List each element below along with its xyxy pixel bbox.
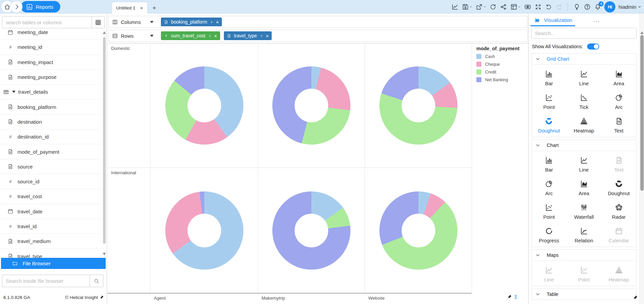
show-all-toggle[interactable] bbox=[587, 43, 599, 50]
chart-cell-domestic-agent[interactable] bbox=[150, 43, 258, 168]
pill-sum_travel_cost[interactable]: #sum_travel_cost÷× bbox=[161, 31, 220, 40]
viz-type-grid-chart-point[interactable]: Point bbox=[532, 93, 567, 110]
viz-section-header-maps[interactable]: Maps bbox=[532, 250, 636, 261]
split-icon[interactable]: ÷ bbox=[259, 34, 264, 37]
viz-scroll-up-icon[interactable] bbox=[640, 30, 644, 34]
tab-visualization[interactable]: Visualization bbox=[529, 13, 577, 26]
pill-travel_type[interactable]: travel_type÷× bbox=[224, 31, 272, 40]
rows-caret-icon[interactable] bbox=[150, 35, 154, 39]
export-button[interactable] bbox=[475, 3, 486, 10]
pill-booking_platform[interactable]: booking_platform÷× bbox=[161, 18, 222, 26]
pill-close-icon[interactable]: × bbox=[216, 19, 219, 25]
doughnut-chart[interactable] bbox=[379, 66, 457, 145]
chart-cell-domestic-website[interactable] bbox=[365, 43, 472, 168]
file-browser-search-input[interactable] bbox=[2, 275, 90, 287]
field-item-meeting_date[interactable]: meeting_date bbox=[0, 29, 102, 40]
pin-icon[interactable] bbox=[99, 295, 104, 300]
legend-item-net-banking[interactable]: Net Banking bbox=[476, 77, 528, 82]
field-item-travel_type[interactable]: travel_type bbox=[0, 249, 102, 258]
new-tab-button[interactable]: + bbox=[152, 2, 156, 13]
split-icon[interactable]: ÷ bbox=[207, 34, 212, 37]
field-item-destination_id[interactable]: #destination_id bbox=[0, 129, 102, 144]
field-item-travel_date[interactable]: travel_date bbox=[0, 204, 102, 219]
preview-eye-button[interactable] bbox=[524, 3, 531, 10]
viz-scrollbar[interactable] bbox=[639, 13, 644, 304]
viz-type-grid-chart-arc[interactable]: Arc bbox=[601, 93, 636, 110]
viz-type-chart-progress[interactable]: Progress bbox=[532, 226, 567, 243]
viz-type-chart-area[interactable]: Area bbox=[567, 179, 602, 196]
user-menu[interactable]: hiadmin bbox=[618, 4, 641, 10]
pill-close-icon[interactable]: × bbox=[266, 33, 269, 39]
viz-type-grid-chart-area[interactable]: Area bbox=[601, 69, 636, 86]
layout-button[interactable] bbox=[510, 3, 521, 10]
doughnut-chart[interactable] bbox=[165, 66, 243, 145]
scroll-up-icon[interactable] bbox=[103, 30, 106, 34]
viz-type-grid-chart-heatmap[interactable]: Heatmap bbox=[567, 117, 602, 133]
tab-untitled-1[interactable]: Untitled 1 × bbox=[112, 2, 147, 13]
chart-cell-international-agent[interactable] bbox=[150, 168, 258, 293]
notifications-button[interactable]: 4 bbox=[594, 3, 601, 10]
chart-cell-international-website[interactable] bbox=[365, 168, 472, 293]
viz-type-chart-arc[interactable]: Arc bbox=[532, 179, 567, 196]
search-tables-input[interactable] bbox=[2, 17, 92, 28]
viz-type-chart-doughnut[interactable]: Doughnut bbox=[601, 179, 636, 196]
line-chart-button[interactable] bbox=[451, 3, 459, 10]
columns-shelf-label[interactable]: Columns bbox=[109, 19, 154, 25]
viz-type-chart-line[interactable]: Line bbox=[567, 156, 602, 173]
expand-nav-button[interactable] bbox=[11, 1, 22, 12]
viz-type-grid-chart-bar[interactable]: Bar bbox=[532, 69, 567, 86]
undo-button[interactable] bbox=[545, 3, 552, 10]
help-button[interactable] bbox=[583, 3, 591, 10]
pill-close-icon[interactable]: × bbox=[214, 33, 217, 39]
field-item-meeting_purpose[interactable]: meeting_purpose bbox=[0, 70, 102, 85]
pin-panel-icon[interactable] bbox=[632, 295, 638, 301]
viz-type-chart-relation[interactable]: Relation bbox=[567, 226, 602, 243]
field-item-travel_id[interactable]: #travel_id bbox=[0, 219, 102, 234]
viz-type-chart-waterfall[interactable]: Waterfall bbox=[567, 203, 602, 220]
viz-type-grid-chart-line[interactable]: Line bbox=[567, 69, 602, 86]
expanded-caret-icon[interactable] bbox=[12, 91, 15, 95]
field-item-mode_of_payment[interactable]: mode_of_payment bbox=[0, 144, 102, 159]
doughnut-chart[interactable] bbox=[272, 66, 350, 145]
sidebar-scrollbar[interactable] bbox=[103, 30, 106, 257]
columns-caret-icon[interactable] bbox=[150, 21, 154, 25]
viz-type-grid-chart-doughnut[interactable]: Doughnut bbox=[532, 117, 567, 133]
viz-scrollbar-thumb[interactable] bbox=[640, 35, 644, 191]
field-item-source_id[interactable]: #source_id bbox=[0, 174, 102, 189]
chart-cell-domestic-makemytrip[interactable] bbox=[258, 43, 365, 168]
pin-chart-icon[interactable] bbox=[507, 294, 512, 300]
viz-type-chart-point[interactable]: Point bbox=[532, 203, 567, 220]
panel-more-button[interactable]: ... bbox=[593, 17, 600, 24]
legend-item-cheque[interactable]: Cheque bbox=[476, 62, 528, 67]
file-browser-button[interactable]: File Browser bbox=[1, 258, 106, 269]
field-item-travel_cost[interactable]: #travel_cost bbox=[0, 189, 102, 204]
viz-type-grid-chart-text[interactable]: Text bbox=[601, 117, 636, 133]
doughnut-chart[interactable] bbox=[165, 191, 243, 270]
split-icon[interactable]: ÷ bbox=[209, 21, 214, 23]
viz-section-header-grid-chart[interactable]: Grid Chart bbox=[532, 54, 636, 65]
scrollbar-thumb[interactable] bbox=[103, 37, 106, 244]
file-search-button[interactable] bbox=[90, 275, 103, 287]
reports-button[interactable]: Reports bbox=[21, 1, 60, 12]
field-item-meeting_impact[interactable]: meeting_impact bbox=[0, 55, 102, 70]
tab-close-icon[interactable]: × bbox=[140, 5, 143, 11]
avatar[interactable]: HI bbox=[604, 1, 615, 12]
doughnut-chart[interactable] bbox=[272, 191, 350, 270]
field-item-booking_platform[interactable]: booking_platform bbox=[0, 99, 102, 114]
idea-bulb-button[interactable] bbox=[573, 3, 580, 10]
field-item-travel_medium[interactable]: travel_medium bbox=[0, 234, 102, 249]
chart-cell-international-makemytrip[interactable] bbox=[258, 168, 365, 293]
viz-section-header-table[interactable]: Table bbox=[532, 289, 636, 300]
viz-type-chart-radar[interactable]: Radar bbox=[601, 203, 636, 220]
legend-item-credit[interactable]: Credit bbox=[476, 69, 528, 74]
save-button[interactable] bbox=[462, 3, 472, 10]
viz-section-header-chart[interactable]: Chart bbox=[532, 140, 636, 151]
field-item-travel_details[interactable]: travel_details bbox=[0, 85, 102, 99]
redo-button[interactable] bbox=[555, 3, 563, 10]
refresh-button[interactable] bbox=[489, 3, 497, 10]
rows-shelf-label[interactable]: Rows bbox=[109, 33, 154, 39]
fullscreen-button[interactable] bbox=[534, 3, 542, 10]
doughnut-chart[interactable] bbox=[379, 191, 457, 270]
scroll-down-icon[interactable] bbox=[103, 253, 106, 257]
viz-type-grid-chart-tick[interactable]: Tick bbox=[567, 93, 602, 110]
